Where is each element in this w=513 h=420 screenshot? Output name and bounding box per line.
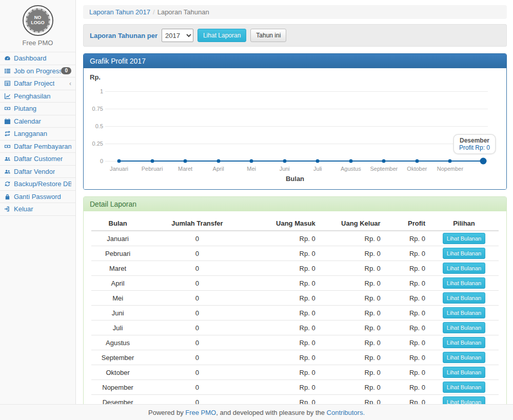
data-point-nopember[interactable] — [448, 159, 452, 163]
footer-link-contributors[interactable]: Contributors. — [327, 409, 365, 416]
calendar-icon — [4, 118, 11, 125]
sidebar-item-daftar-vendor[interactable]: Daftar Vendor — [0, 166, 75, 178]
cell-jt: 0 — [144, 291, 250, 306]
detail-report-panel: Detail Laporan Bulan Jumlah Transfer Uan… — [83, 196, 507, 420]
cell-pilihan: Lihat Bulanan — [429, 335, 499, 350]
cell-bulan: Juni — [91, 306, 144, 321]
footer-prefix: Powered by — [148, 409, 185, 416]
monthly-report-table: Bulan Jumlah Transfer Uang Masuk Uang Ke… — [91, 216, 499, 420]
x-tick-label: September — [370, 166, 398, 172]
x-tick-label: Nopember — [437, 166, 463, 172]
sidebar-item-daftar-pembayaran[interactable]: Daftar Pembayaran — [0, 141, 75, 153]
lihat-bulanan-button-agustus[interactable]: Lihat Bulanan — [443, 337, 485, 348]
cell-pr: Rp. 0 — [385, 276, 429, 291]
app-window: NO LOGO Free PMO Dashboard Job on Progre… — [0, 0, 513, 420]
sidebar-item-dashboard[interactable]: Dashboard — [0, 52, 75, 65]
lihat-bulanan-button-pebruari[interactable]: Lihat Bulanan — [443, 248, 485, 259]
col-header-bulan: Bulan — [91, 216, 144, 231]
cell-uk: Rp. 0 — [320, 335, 385, 350]
sidebar-item-label: Backup/Restore DB — [14, 180, 71, 188]
footer-middle: , and developed with pleasure by the — [216, 409, 326, 416]
data-point-desember[interactable] — [480, 158, 487, 165]
sidebar-item-backup-restore-db[interactable]: Backup/Restore DB — [0, 178, 75, 191]
lihat-bulanan-button-september[interactable]: Lihat Bulanan — [443, 352, 485, 363]
lihat-bulanan-button-nopember[interactable]: Lihat Bulanan — [443, 382, 485, 393]
cell-jt: 0 — [144, 321, 250, 335]
cell-bulan: Oktober — [91, 365, 144, 380]
sidebar-item-daftar-project[interactable]: Daftar Project ‹ — [0, 77, 75, 90]
cell-uk: Rp. 0 — [320, 350, 385, 365]
lihat-bulanan-button-mei[interactable]: Lihat Bulanan — [443, 292, 485, 304]
y-tick-label: 0.75 — [90, 106, 103, 112]
gridline — [105, 144, 488, 144]
data-point-maret[interactable] — [184, 159, 187, 163]
chart-series-line — [119, 161, 483, 162]
sidebar-item-label: Calendar — [14, 117, 41, 125]
table-row: Maret0Rp. 0Rp. 0Rp. 0Lihat Bulanan — [91, 261, 499, 276]
users-icon — [4, 168, 11, 175]
cell-pilihan: Lihat Bulanan — [429, 365, 499, 380]
x-tick-label: Mei — [247, 166, 256, 172]
cell-bulan: September — [91, 350, 144, 365]
sidebar-item-keluar[interactable]: Keluar — [0, 203, 75, 216]
tooltip-month: Desember — [459, 137, 490, 144]
gridline — [105, 109, 488, 109]
sidebar-item-label: Daftar Project — [14, 79, 54, 87]
gridline-row: 0.5 — [90, 122, 488, 130]
table-row: Juni0Rp. 0Rp. 0Rp. 0Lihat Bulanan — [91, 306, 499, 321]
sidebar-item-label: Langganan — [14, 130, 47, 137]
data-point-mei[interactable] — [250, 159, 253, 163]
cell-jt: 0 — [144, 350, 250, 365]
cell-pilihan: Lihat Bulanan — [429, 291, 499, 306]
tahun-ini-button[interactable]: Tahun ini — [250, 29, 286, 42]
col-header-pilihan: Pilihan — [429, 216, 499, 231]
breadcrumb: Laporan Tahun 2017/Laporan Tahunan — [83, 5, 507, 19]
sidebar-item-penghasilan[interactable]: Penghasilan — [0, 90, 75, 103]
footer-link-free-pmo[interactable]: Free PMO — [185, 409, 216, 416]
sidebar-item-ganti-password[interactable]: Ganti Password — [0, 191, 75, 204]
lihat-bulanan-button-juli[interactable]: Lihat Bulanan — [443, 322, 485, 333]
chart-tooltip: Desember Profit Rp: 0 — [453, 134, 496, 154]
cell-um: Rp. 0 — [250, 291, 320, 306]
cell-um: Rp. 0 — [250, 365, 320, 380]
report-filter-bar: Laporan Tahunan per 2017 Lihat Laporan T… — [83, 24, 507, 47]
data-point-juli[interactable] — [316, 159, 320, 163]
data-point-april[interactable] — [216, 159, 220, 163]
sidebar-item-daftar-customer[interactable]: Daftar Customer — [0, 153, 75, 166]
sidebar-item-label: Penghasilan — [14, 92, 51, 100]
data-point-juni[interactable] — [283, 159, 286, 163]
data-point-agustus[interactable] — [349, 159, 352, 163]
data-point-oktober[interactable] — [415, 159, 419, 163]
cell-uk: Rp. 0 — [320, 291, 385, 306]
x-axis-title: Bulan — [90, 175, 500, 183]
cell-pilihan: Lihat Bulanan — [429, 231, 499, 246]
sidebar-item-job-on-progress[interactable]: Job on Progress 0 — [0, 65, 75, 78]
gridline-row: 0.25 — [90, 139, 488, 148]
lihat-bulanan-button-oktober[interactable]: Lihat Bulanan — [443, 367, 485, 378]
sidebar-item-piutang[interactable]: Piutang — [0, 103, 75, 115]
cell-uk: Rp. 0 — [320, 306, 385, 321]
lihat-bulanan-button-juni[interactable]: Lihat Bulanan — [443, 307, 485, 318]
year-select[interactable]: 2017 — [162, 29, 193, 42]
lihat-bulanan-button-april[interactable]: Lihat Bulanan — [443, 277, 485, 289]
sidebar-item-calendar[interactable]: Calendar — [0, 115, 75, 128]
sidebar-item-langganan[interactable]: Langganan — [0, 128, 75, 141]
cell-um: Rp. 0 — [250, 231, 320, 246]
cell-um: Rp. 0 — [250, 306, 320, 321]
detail-panel-title: Detail Laporan — [84, 197, 506, 211]
breadcrumb-separator: / — [150, 8, 157, 16]
data-point-januari[interactable] — [117, 159, 121, 163]
lihat-bulanan-button-januari[interactable]: Lihat Bulanan — [443, 233, 485, 244]
sign-out-icon — [4, 206, 11, 212]
cell-um: Rp. 0 — [250, 276, 320, 291]
detail-panel-body: Bulan Jumlah Transfer Uang Masuk Uang Ke… — [84, 211, 506, 420]
x-tick-label: Oktober — [407, 166, 427, 172]
lihat-bulanan-button-maret[interactable]: Lihat Bulanan — [443, 263, 485, 274]
data-point-pebruari[interactable] — [150, 159, 154, 163]
x-tick-label: Agustus — [341, 166, 361, 172]
data-point-september[interactable] — [382, 159, 386, 163]
lihat-laporan-button[interactable]: Lihat Laporan — [198, 29, 246, 42]
cell-pr: Rp. 0 — [385, 335, 429, 350]
breadcrumb-link-laporan-tahun[interactable]: Laporan Tahun 2017 — [89, 8, 150, 16]
cell-uk: Rp. 0 — [320, 380, 385, 395]
